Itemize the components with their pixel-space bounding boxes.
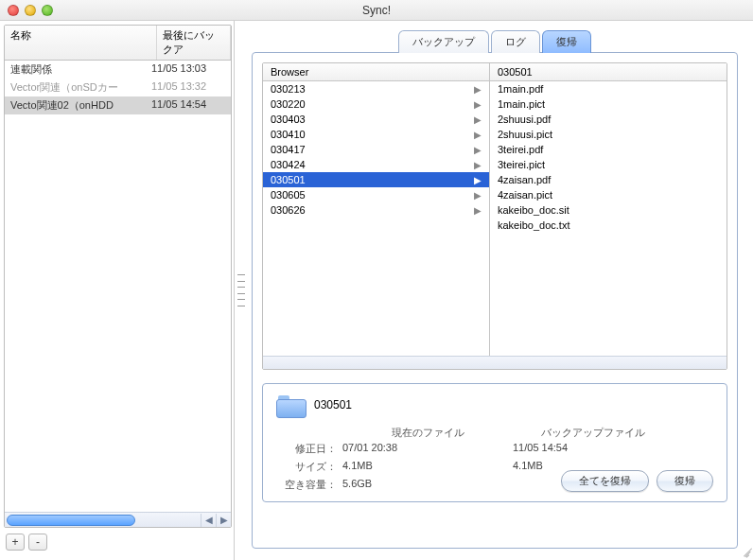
scroll-right-icon[interactable]: ▶ <box>216 514 231 527</box>
titlebar[interactable]: Sync! <box>0 0 753 21</box>
free-label: 空き容量： <box>276 478 342 492</box>
modified-backup: 11/05 14:54 <box>513 442 674 456</box>
free-value: 5.6GB <box>342 478 513 492</box>
add-button[interactable]: + <box>6 534 25 551</box>
folder-row[interactable]: 030501▶ <box>263 172 489 187</box>
folder-row[interactable]: 030605▶ <box>263 187 489 202</box>
folder-row[interactable]: 030410▶ <box>263 127 489 142</box>
row-date: 11/05 14:54 <box>151 98 225 113</box>
folder-icon <box>276 394 305 416</box>
row-name: Vector関連（onSDカー <box>10 80 151 95</box>
info-panel: 030501 現在のファイル バックアップファイル 修正日： 07/01 20:… <box>262 383 727 502</box>
chevron-right-icon: ▶ <box>474 175 482 185</box>
browser-header: Browser 030501 <box>263 63 727 81</box>
browser-columns: 030213▶ 030220▶ 030403▶ 030410▶ 030417▶ … <box>263 81 727 356</box>
chevron-right-icon: ▶ <box>474 145 482 155</box>
backup-list-body: 連載関係 11/05 13:03 Vector関連（onSDカー 11/05 1… <box>5 61 231 512</box>
tab-bar: バックアップ ログ 復帰 <box>252 30 738 53</box>
browser-column-folders: 030213▶ 030220▶ 030403▶ 030410▶ 030417▶ … <box>263 81 490 356</box>
file-row[interactable]: 4zaisan.pict <box>490 187 727 202</box>
browser-header-left[interactable]: Browser <box>263 63 490 80</box>
size-current: 4.1MB <box>342 460 513 474</box>
tab-log[interactable]: ログ <box>491 30 540 53</box>
info-folder-line: 030501 <box>276 394 713 416</box>
file-row[interactable]: 3teirei.pdf <box>490 142 727 157</box>
chevron-right-icon: ▶ <box>474 205 482 216</box>
row-name: Vecto関連02（onHDD <box>10 98 151 113</box>
restore-all-button[interactable]: 全てを復帰 <box>561 470 649 492</box>
pane-divider[interactable] <box>235 21 248 560</box>
file-row[interactable]: 2shuusi.pict <box>490 127 727 142</box>
col-header-name[interactable]: 名称 <box>5 26 157 60</box>
traffic-lights <box>8 5 53 16</box>
browser-column-files: 1main.pdf 1main.pict 2shuusi.pdf 2shuusi… <box>490 81 727 356</box>
backup-file-header: バックアップファイル <box>513 426 674 440</box>
scrollbar-thumb[interactable] <box>7 515 135 526</box>
current-file-header: 現在のファイル <box>342 426 513 440</box>
file-row[interactable]: 4zaisan.pdf <box>490 172 727 187</box>
list-row[interactable]: 連載関係 11/05 13:03 <box>5 61 231 79</box>
chevron-right-icon: ▶ <box>474 160 482 170</box>
minimize-window-button[interactable] <box>25 5 36 16</box>
file-row[interactable]: kakeibo_doc.sit <box>490 202 727 218</box>
tab-restore[interactable]: 復帰 <box>542 30 591 53</box>
browser-hscrollbar[interactable] <box>263 356 727 369</box>
sidebar-hscrollbar[interactable]: ◀ ▶ <box>5 512 231 527</box>
window-title: Sync! <box>0 4 753 17</box>
info-column-headers: 現在のファイル バックアップファイル <box>276 426 713 440</box>
modified-label: 修正日： <box>276 442 342 456</box>
row-date: 11/05 13:03 <box>151 62 225 77</box>
folder-row[interactable]: 030220▶ <box>263 96 489 112</box>
sidebar: 名称 最後にバックア 連載関係 11/05 13:03 Vector関連（onS… <box>0 21 235 560</box>
size-label: サイズ： <box>276 460 342 474</box>
file-row[interactable]: 3teirei.pict <box>490 157 727 172</box>
file-row[interactable]: 1main.pdf <box>490 81 727 96</box>
folder-row[interactable]: 030213▶ <box>263 81 489 96</box>
list-row[interactable]: Vector関連（onSDカー 11/05 13:32 <box>5 79 231 96</box>
info-folder-name: 030501 <box>314 398 352 411</box>
chevron-right-icon: ▶ <box>474 99 482 110</box>
file-row[interactable]: kakeibo_doc.txt <box>490 218 727 233</box>
modified-current: 07/01 20:38 <box>342 442 513 456</box>
file-row[interactable]: 2shuusi.pdf <box>490 112 727 127</box>
tab-panel-restore: Browser 030501 030213▶ 030220▶ 030403▶ 0… <box>252 52 738 549</box>
folder-row[interactable]: 030424▶ <box>263 157 489 172</box>
chevron-right-icon: ▶ <box>474 114 482 125</box>
restore-actions: 全てを復帰 復帰 <box>561 470 713 492</box>
backup-list-header: 名称 最後にバックア <box>5 26 231 61</box>
folder-row[interactable]: 030417▶ <box>263 142 489 157</box>
chevron-right-icon: ▶ <box>474 130 482 140</box>
content-area: 名称 最後にバックア 連載関係 11/05 13:03 Vector関連（onS… <box>0 21 753 560</box>
remove-button[interactable]: - <box>28 534 47 551</box>
file-row[interactable]: 1main.pict <box>490 96 727 112</box>
close-window-button[interactable] <box>8 5 19 16</box>
restore-button[interactable]: 復帰 <box>657 470 713 492</box>
backup-list: 名称 最後にバックア 連載関係 11/05 13:03 Vector関連（onS… <box>4 25 232 528</box>
app-window: Sync! 名称 最後にバックア 連載関係 11/05 13:03 Vector… <box>0 0 753 560</box>
col-header-date[interactable]: 最後にバックア <box>157 26 231 60</box>
chevron-right-icon: ▶ <box>474 190 482 201</box>
scroll-left-icon[interactable]: ◀ <box>201 514 216 527</box>
zoom-window-button[interactable] <box>42 5 53 16</box>
list-row[interactable]: Vecto関連02（onHDD 11/05 14:54 <box>5 96 231 114</box>
row-name: 連載関係 <box>10 62 151 77</box>
browser-header-right[interactable]: 030501 <box>490 63 727 80</box>
folder-row[interactable]: 030626▶ <box>263 202 489 218</box>
folder-row[interactable]: 030403▶ <box>263 112 489 127</box>
chevron-right-icon: ▶ <box>474 84 482 95</box>
divider-handle-icon <box>237 274 245 306</box>
row-date: 11/05 13:32 <box>151 80 225 95</box>
sidebar-actions: + - <box>4 528 232 556</box>
resize-grip[interactable] <box>738 545 751 558</box>
tab-backup[interactable]: バックアップ <box>398 30 489 53</box>
browser: Browser 030501 030213▶ 030220▶ 030403▶ 0… <box>262 62 727 370</box>
main-pane: バックアップ ログ 復帰 Browser 030501 030213▶ 0302… <box>248 21 753 560</box>
